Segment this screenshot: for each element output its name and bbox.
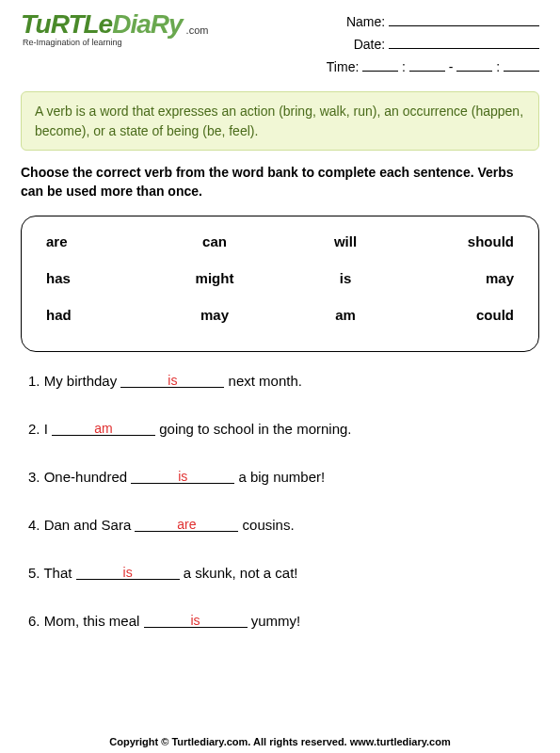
date-row: Date: — [327, 34, 539, 56]
sentence-number: 3. — [28, 469, 40, 485]
name-input-line[interactable] — [389, 13, 539, 26]
word-bank-word: may — [177, 307, 252, 323]
word-bank-word: could — [439, 307, 514, 323]
time-colon1: : — [402, 59, 406, 74]
footer-copyright: Copyright © Turtlediary.com. All rights … — [0, 736, 560, 747]
sentence-post: cousins. — [238, 517, 294, 533]
word-bank: are can will should has might is may had… — [21, 216, 539, 352]
logo-tagline: Re-Imagination of learning — [23, 38, 208, 47]
word-bank-word: can — [177, 233, 252, 249]
fill-blank[interactable]: are — [135, 517, 238, 532]
sentence-number: 6. — [28, 613, 40, 629]
time-dash: - — [449, 59, 454, 74]
fill-blank[interactable]: is — [144, 613, 248, 628]
meta-fields: Name: Date: Time: : - : — [327, 11, 539, 78]
date-label: Date: — [354, 37, 385, 52]
sentence-number: 4. — [28, 517, 40, 533]
sentence-item: 1. My birthday is next month. — [28, 373, 539, 389]
sentence-pre: Mom, this meal — [44, 613, 144, 629]
word-bank-row: has might is may — [46, 270, 514, 286]
logo-dotcom: .com — [183, 24, 209, 36]
logo-text: TuRTLeDiaRy — [21, 11, 183, 38]
name-row: Name: — [327, 11, 539, 34]
sentence-number: 5. — [28, 565, 40, 581]
time-m1[interactable] — [409, 58, 445, 72]
fill-blank[interactable]: is — [76, 565, 180, 580]
sentence-pre: One-hundred — [44, 469, 132, 485]
sentence-item: 4. Dan and Sara are cousins. — [28, 517, 539, 533]
answer-text: is — [123, 565, 133, 580]
sentence-post: yummy! — [248, 613, 301, 629]
sentence-post: a skunk, not a cat! — [180, 565, 298, 581]
logo-word2: DiaRy — [112, 9, 182, 39]
fill-blank[interactable]: am — [52, 421, 155, 436]
word-bank-word: should — [439, 233, 514, 249]
word-bank-word: am — [308, 307, 383, 323]
time-h1[interactable] — [362, 58, 398, 72]
header: TuRTLeDiaRy .com Re-Imagination of learn… — [21, 11, 539, 78]
logo-word1: TuRTLe — [21, 9, 112, 39]
date-input-line[interactable] — [389, 36, 539, 49]
sentence-pre: Dan and Sara — [44, 517, 136, 533]
answer-text: is — [178, 469, 187, 484]
sentence-item: 5. That is a skunk, not a cat! — [28, 565, 539, 581]
word-bank-row: are can will should — [46, 233, 514, 249]
time-colon2: : — [496, 59, 500, 74]
definition-box: A verb is a word that expresses an actio… — [21, 91, 539, 151]
time-m2[interactable] — [504, 58, 539, 72]
sentence-pre: My birthday — [44, 373, 121, 389]
sentence-post: a big number! — [234, 469, 325, 485]
sentence-item: 2. I am going to school in the morning. — [28, 421, 539, 437]
sentence-item: 6. Mom, this meal is yummy! — [28, 613, 539, 629]
logo: TuRTLeDiaRy .com — [21, 11, 208, 38]
word-bank-word: may — [439, 270, 514, 286]
sentence-number: 2. — [28, 421, 40, 437]
fill-blank[interactable]: is — [120, 373, 224, 388]
answer-text: is — [168, 373, 177, 388]
time-label: Time: — [327, 59, 359, 74]
time-h2[interactable] — [456, 58, 492, 72]
sentence-post: going to school in the morning. — [155, 421, 351, 437]
sentence-post: next month. — [224, 373, 302, 389]
sentence-item: 3. One-hundred is a big number! — [28, 469, 539, 485]
word-bank-word: might — [177, 270, 252, 286]
word-bank-word: are — [46, 233, 121, 249]
word-bank-word: is — [308, 270, 383, 286]
instructions: Choose the correct verb from the word ba… — [21, 164, 539, 200]
sentence-number: 1. — [28, 373, 40, 389]
answer-text: are — [177, 517, 196, 532]
fill-blank[interactable]: is — [131, 469, 234, 484]
answer-text: is — [190, 613, 200, 628]
time-row: Time: : - : — [327, 56, 539, 79]
sentence-pre: That — [43, 565, 75, 581]
sentence-list: 1. My birthday is next month. 2. I am go… — [28, 373, 539, 629]
word-bank-row: had may am could — [46, 307, 514, 323]
word-bank-word: will — [308, 233, 383, 249]
word-bank-word: had — [46, 307, 121, 323]
logo-block: TuRTLeDiaRy .com Re-Imagination of learn… — [21, 11, 208, 47]
word-bank-word: has — [46, 270, 121, 286]
answer-text: am — [94, 421, 112, 436]
sentence-pre: I — [44, 421, 52, 437]
name-label: Name: — [346, 14, 385, 29]
